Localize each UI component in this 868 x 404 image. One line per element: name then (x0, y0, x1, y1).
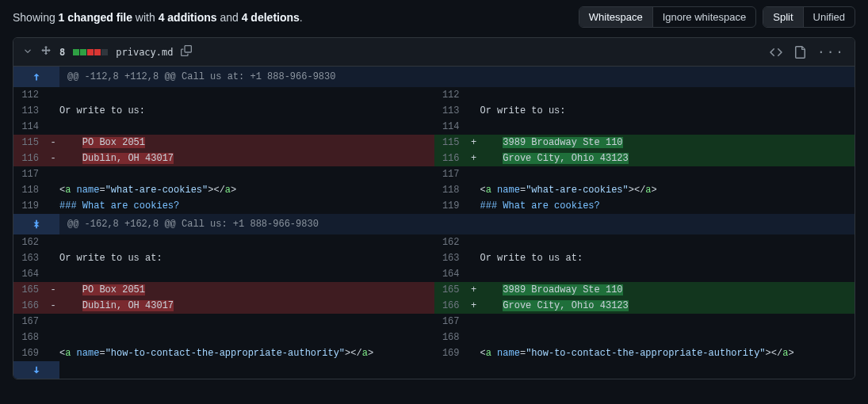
line-number[interactable]: 169 (434, 345, 468, 361)
code-line: 3989 Broadway Ste 110 (480, 135, 855, 151)
line-number[interactable]: 118 (434, 182, 468, 198)
line-number[interactable]: 116 (13, 151, 47, 166)
line-number[interactable]: 112 (434, 87, 468, 103)
line-number[interactable]: 119 (434, 198, 468, 214)
split-view-button[interactable]: Split (763, 7, 802, 27)
code-line: Or write to us: (59, 103, 434, 119)
code-line (59, 266, 434, 282)
diff-summary: Showing 1 changed file with 4 additions … (13, 11, 303, 24)
line-number[interactable]: 115 (13, 135, 47, 151)
hunk-header: @@ -112,8 +112,8 @@ Call us at: +1 888-9… (13, 67, 855, 87)
kebab-icon[interactable]: ··· (817, 44, 845, 59)
code-line (480, 266, 855, 282)
line-number[interactable]: 165 (13, 282, 47, 298)
drag-handle-icon[interactable] (40, 45, 52, 59)
line-number[interactable]: 168 (434, 330, 468, 345)
code-line: Or write to us at: (59, 250, 434, 266)
code-line: Dublin, OH 43017 (59, 298, 434, 314)
unified-view-button[interactable]: Unified (803, 7, 855, 27)
code-line: <a name="how-to-contact-the-appropriate-… (59, 345, 434, 361)
line-number[interactable]: 115 (434, 135, 468, 151)
code-line (480, 119, 855, 135)
expand-down-icon[interactable] (13, 361, 59, 379)
code-line: Grove City, Ohio 43123 (480, 151, 855, 166)
code-line: Dublin, OH 43017 (59, 151, 434, 166)
code-line: <a name="what-are-cookies"></a> (480, 182, 855, 198)
line-number[interactable]: 117 (13, 166, 47, 182)
line-number[interactable]: 167 (434, 314, 468, 330)
code-line (480, 330, 855, 345)
code-line (59, 119, 434, 135)
line-number[interactable]: 166 (13, 298, 47, 314)
diff-file: 8 privacy.md ··· @@ -112,8 +112,8 @@ Cal… (13, 37, 855, 379)
code-line (480, 87, 855, 103)
code-line (59, 314, 434, 330)
ignore-whitespace-button[interactable]: Ignore whitespace (652, 7, 756, 27)
line-number[interactable]: 114 (13, 119, 47, 135)
line-number[interactable]: 162 (434, 234, 468, 250)
expand-icon[interactable] (13, 214, 59, 234)
whitespace-button[interactable]: Whitespace (579, 7, 652, 27)
line-number[interactable]: 163 (434, 250, 468, 266)
code-line: PO Box 2051 (59, 135, 434, 151)
line-number[interactable]: 167 (13, 314, 47, 330)
code-line: <a name="how-to-contact-the-appropriate-… (480, 345, 855, 361)
line-number[interactable]: 117 (434, 166, 468, 182)
code-line: ### What are cookies? (480, 198, 855, 214)
code-line: Grove City, Ohio 43123 (480, 298, 855, 314)
line-number[interactable]: 166 (434, 298, 468, 314)
hunk-header: @@ -162,8 +162,8 @@ Call us: +1 888-966-… (13, 214, 855, 234)
chevron-down-icon[interactable] (23, 46, 33, 58)
line-number[interactable]: 112 (13, 87, 47, 103)
code-line: <a name="what-are-cookies"></a> (59, 182, 434, 198)
file-name[interactable]: privacy.md (116, 47, 173, 58)
code-line (480, 314, 855, 330)
source-icon[interactable] (770, 46, 782, 59)
code-line: Or write to us: (480, 103, 855, 119)
file-icon[interactable] (793, 46, 806, 59)
change-count: 8 (59, 47, 65, 58)
line-number[interactable]: 162 (13, 234, 47, 250)
line-number[interactable]: 163 (13, 250, 47, 266)
line-number[interactable]: 113 (434, 103, 468, 119)
code-line (59, 166, 434, 182)
code-line: ### What are cookies? (59, 198, 434, 214)
line-number[interactable]: 169 (13, 345, 47, 361)
line-number[interactable]: 116 (434, 151, 468, 166)
line-number[interactable]: 118 (13, 182, 47, 198)
code-line (59, 234, 434, 250)
code-line: Or write to us at: (480, 250, 855, 266)
expand-icon[interactable] (13, 67, 59, 87)
code-line: 3989 Broadway Ste 110 (480, 282, 855, 298)
line-number[interactable]: 165 (434, 282, 468, 298)
code-line (59, 330, 434, 345)
line-number[interactable]: 164 (13, 266, 47, 282)
line-number[interactable]: 164 (434, 266, 468, 282)
code-line (59, 87, 434, 103)
code-line (480, 166, 855, 182)
line-number[interactable]: 119 (13, 198, 47, 214)
line-number[interactable]: 114 (434, 119, 468, 135)
line-number[interactable]: 168 (13, 330, 47, 345)
copy-icon[interactable] (181, 45, 192, 59)
code-line (480, 234, 855, 250)
code-line: PO Box 2051 (59, 282, 434, 298)
diffstat-icon (73, 49, 108, 55)
whitespace-toggle[interactable]: Whitespace Ignore whitespace (579, 6, 756, 28)
line-number[interactable]: 113 (13, 103, 47, 119)
view-toggle[interactable]: Split Unified (763, 6, 855, 28)
